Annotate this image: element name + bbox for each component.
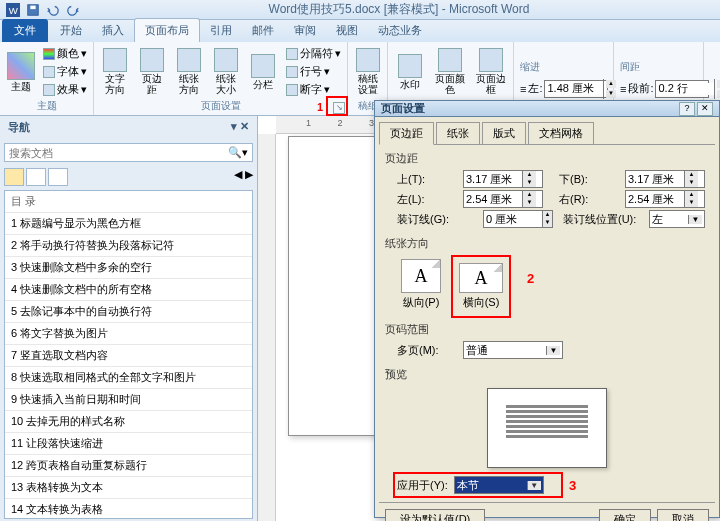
dlg-tab-layout[interactable]: 版式 [482, 122, 526, 145]
gutter-pos-combo[interactable]: 左▼ [649, 210, 705, 228]
redo-icon[interactable] [64, 2, 82, 18]
group-label-page-setup: 页面设置 [98, 99, 343, 113]
linenum-icon [286, 66, 298, 78]
tab-dynamic[interactable]: 动态业务 [368, 19, 432, 42]
nav-view-headings[interactable] [4, 168, 24, 186]
hyphen-icon [286, 84, 298, 96]
landscape-icon [459, 263, 503, 293]
pages-section: 页码范围 多页(M): 普通▼ [385, 322, 709, 359]
nav-item[interactable]: 1 标题编号显示为黑色方框 [5, 213, 252, 235]
dlg-tab-paper[interactable]: 纸张 [436, 122, 480, 145]
callout-2-number: 2 [527, 271, 534, 286]
indent-left-row: ≡ 左: ▲▼ [518, 79, 610, 99]
paper-icon [356, 48, 380, 72]
margin-bottom-spinner[interactable]: ▲▼ [625, 170, 705, 188]
nav-item[interactable]: 14 文本转换为表格 [5, 499, 252, 519]
margin-left-spinner[interactable]: ▲▼ [463, 190, 543, 208]
themes-button[interactable]: 主题 [4, 50, 37, 94]
nav-item[interactable]: 10 去掉无用的样式名称 [5, 411, 252, 433]
nav-item[interactable]: 12 跨页表格自动重复标题行 [5, 455, 252, 477]
orientation-icon [177, 48, 201, 72]
search-icon[interactable]: 🔍▾ [228, 146, 248, 159]
indent-left-spinner[interactable]: ▲▼ [544, 80, 608, 98]
margins-button[interactable]: 页边距 [135, 46, 168, 97]
nav-view-pages[interactable] [26, 168, 46, 186]
nav-close-icon[interactable]: ▾ ✕ [231, 120, 249, 135]
dlg-tab-grid[interactable]: 文档网格 [528, 122, 594, 145]
nav-item[interactable]: 5 去除记事本中的自动换行符 [5, 301, 252, 323]
nav-item[interactable]: 4 快速删除文档中的所有空格 [5, 279, 252, 301]
nav-item[interactable]: 11 让段落快速缩进 [5, 433, 252, 455]
vertical-ruler[interactable] [258, 134, 276, 521]
orientation-landscape[interactable]: 横向(S) [455, 259, 507, 314]
nav-item[interactable]: 7 竖直选取文档内容 [5, 345, 252, 367]
page-color-button[interactable]: 页面颜色 [432, 46, 468, 97]
cancel-button[interactable]: 取消 [657, 509, 709, 521]
portrait-icon [401, 259, 441, 293]
ok-button[interactable]: 确定 [599, 509, 651, 521]
text-direction-button[interactable]: 文字方向 [98, 46, 131, 97]
orientation-button[interactable]: 纸张方向 [172, 46, 205, 97]
nav-search-input[interactable] [9, 147, 228, 159]
dlg-tab-margins[interactable]: 页边距 [379, 122, 434, 145]
nav-list[interactable]: 目 录 1 标题编号显示为黑色方框2 将手动换行符替换为段落标记符3 快速删除文… [4, 190, 253, 519]
size-button[interactable]: 纸张大小 [210, 46, 243, 97]
watermark-button[interactable]: 水印 [392, 52, 428, 92]
page-border-button[interactable]: 页面边框 [473, 46, 509, 97]
dialog-tabs: 页边距 纸张 版式 文档网格 [375, 117, 719, 144]
nav-search-box[interactable]: 🔍▾ [4, 143, 253, 162]
breaks-icon [286, 48, 298, 60]
file-tab[interactable]: 文件 [2, 19, 48, 42]
nav-header: 导航 ▾ ✕ [0, 116, 257, 139]
nav-item[interactable]: 2 将手动换行符替换为段落标记符 [5, 235, 252, 257]
dialog-footer: 设为默认值(D) 确定 取消 [379, 502, 715, 521]
breaks-button[interactable]: 分隔符 ▾ [284, 45, 343, 62]
tab-home[interactable]: 开始 [50, 19, 92, 42]
nav-item[interactable]: 9 快速插入当前日期和时间 [5, 389, 252, 411]
tab-insert[interactable]: 插入 [92, 19, 134, 42]
default-button[interactable]: 设为默认值(D) [385, 509, 485, 521]
fonts-icon [43, 66, 55, 78]
quick-access-toolbar: W [4, 2, 82, 18]
nav-item[interactable]: 3 快速删除文档中多余的空行 [5, 257, 252, 279]
nav-toc-heading[interactable]: 目 录 [5, 191, 252, 213]
nav-item[interactable]: 6 将文字替换为图片 [5, 323, 252, 345]
spacing-before-row: ≡ 段前: ▲▼ [618, 79, 711, 99]
effects-icon [43, 84, 55, 96]
orientation-portrait[interactable]: 纵向(P) [397, 255, 445, 314]
tab-review[interactable]: 审阅 [284, 19, 326, 42]
size-icon [214, 48, 238, 72]
tab-page-layout[interactable]: 页面布局 [134, 18, 200, 42]
page-setup-launcher[interactable]: ↘ [333, 102, 345, 114]
save-icon[interactable] [24, 2, 42, 18]
theme-effects[interactable]: 效果 ▾ [41, 81, 89, 98]
gutter-spinner[interactable]: ▲▼ [483, 210, 553, 228]
dialog-help-icon[interactable]: ? [679, 102, 695, 116]
nav-item[interactable]: 13 表格转换为文本 [5, 477, 252, 499]
margin-right-spinner[interactable]: ▲▼ [625, 190, 705, 208]
apply-to-row: 应用于(Y): 本节▼ 3 [397, 476, 709, 494]
tab-mailings[interactable]: 邮件 [242, 19, 284, 42]
line-numbers-button[interactable]: 行号 ▾ [284, 63, 343, 80]
tab-view[interactable]: 视图 [326, 19, 368, 42]
theme-fonts[interactable]: 字体 ▾ [41, 63, 89, 80]
dialog-titlebar[interactable]: 页面设置 ? ✕ [375, 101, 719, 117]
nav-item[interactable]: 8 快速选取相同格式的全部文字和图片 [5, 367, 252, 389]
margin-top-spinner[interactable]: ▲▼ [463, 170, 543, 188]
apply-to-combo[interactable]: 本节▼ [454, 476, 544, 494]
manuscript-button[interactable]: 稿纸 设置 [352, 46, 383, 97]
multi-page-combo[interactable]: 普通▼ [463, 341, 563, 359]
dialog-body: 页边距 上(T): ▲▼ 下(B): ▲▼ 左(L): ▲▼ 右(R): ▲▼ … [379, 144, 715, 502]
page-setup-dialog: 页面设置 ? ✕ 页边距 纸张 版式 文档网格 页边距 上(T): ▲▼ 下(B… [374, 100, 720, 518]
dialog-close-icon[interactable]: ✕ [697, 102, 713, 116]
nav-view-results[interactable] [48, 168, 68, 186]
theme-colors[interactable]: 颜色 ▾ [41, 45, 89, 62]
navigation-pane: 导航 ▾ ✕ 🔍▾ ◀ ▶ 目 录 1 标题编号显示为黑色方框2 将手动换行符替… [0, 116, 258, 521]
undo-icon[interactable] [44, 2, 62, 18]
hyphenation-button[interactable]: 断字 ▾ [284, 81, 343, 98]
ribbon-group-page-setup: 文字方向 页边距 纸张方向 纸张大小 分栏 分隔符 ▾ 行号 ▾ 断字 ▾ 页面… [94, 42, 348, 115]
tab-references[interactable]: 引用 [200, 19, 242, 42]
spacing-before-spinner[interactable]: ▲▼ [655, 80, 709, 98]
columns-button[interactable]: 分栏 [247, 52, 280, 92]
preview-section: 预览 [385, 367, 709, 468]
